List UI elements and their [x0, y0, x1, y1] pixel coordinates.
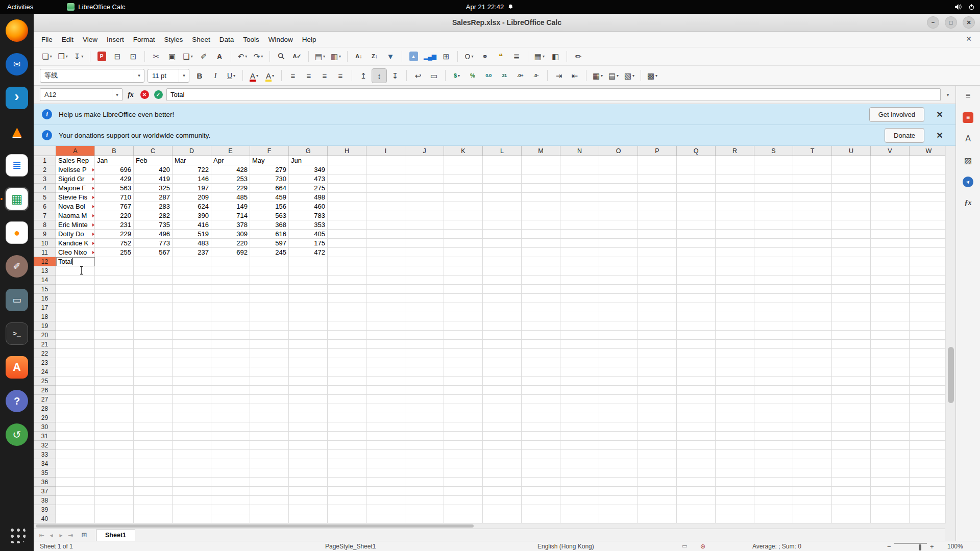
cell-C1[interactable]: Feb — [134, 156, 173, 165]
cell-V38[interactable] — [871, 496, 910, 505]
cell-U3[interactable] — [832, 174, 871, 184]
cell-K28[interactable] — [444, 404, 483, 413]
cell-L28[interactable] — [483, 404, 522, 413]
column-header-S[interactable]: S — [754, 146, 793, 156]
menu-help[interactable]: Help — [298, 33, 321, 46]
formula-input-line[interactable]: Total — [166, 88, 941, 101]
notification-close-icon[interactable]: ✕ — [932, 131, 947, 140]
cell-L23[interactable] — [483, 358, 522, 367]
cell-A24[interactable] — [56, 367, 95, 377]
export-pdf-icon[interactable]: P — [94, 49, 109, 63]
cell-J2[interactable] — [405, 165, 444, 174]
cell-D33[interactable] — [173, 450, 211, 459]
cell-R18[interactable] — [716, 312, 754, 321]
cell-W13[interactable] — [910, 266, 945, 276]
cell-R15[interactable] — [716, 285, 754, 294]
cell-A1[interactable]: Sales Rep — [56, 156, 95, 165]
cell-H2[interactable] — [328, 165, 366, 174]
cell-G33[interactable] — [289, 450, 328, 459]
cell-M3[interactable] — [522, 174, 560, 184]
cell-U2[interactable] — [832, 165, 871, 174]
cell-J24[interactable] — [405, 367, 444, 377]
cell-E3[interactable]: 253 — [211, 174, 250, 184]
cell-B29[interactable] — [95, 413, 134, 422]
cell-F17[interactable] — [250, 303, 289, 312]
cell-E35[interactable] — [211, 468, 250, 478]
column-header-C[interactable]: C — [134, 146, 173, 156]
cell-K3[interactable] — [444, 174, 483, 184]
cell-K13[interactable] — [444, 266, 483, 276]
cell-V10[interactable] — [871, 239, 910, 248]
cell-D38[interactable] — [173, 496, 211, 505]
cell-U19[interactable] — [832, 321, 871, 331]
cell-T24[interactable] — [793, 367, 832, 377]
firefox-icon[interactable] — [5, 18, 29, 43]
cell-F15[interactable] — [250, 285, 289, 294]
cell-C21[interactable] — [134, 340, 173, 349]
cell-R13[interactable] — [716, 266, 754, 276]
cell-R16[interactable] — [716, 294, 754, 303]
autofilter-icon[interactable]: ▼ — [383, 49, 398, 63]
cell-V4[interactable] — [871, 184, 910, 193]
cell-P11[interactable] — [638, 248, 677, 257]
cell-G4[interactable]: 275 — [289, 184, 328, 193]
cell-E16[interactable] — [211, 294, 250, 303]
cell-O33[interactable] — [599, 450, 638, 459]
cell-G10[interactable]: 175 — [289, 239, 328, 248]
cell-A32[interactable] — [56, 441, 95, 450]
cell-D24[interactable] — [173, 367, 211, 377]
cell-K18[interactable] — [444, 312, 483, 321]
cell-D12[interactable] — [173, 257, 211, 266]
cell-N17[interactable] — [560, 303, 599, 312]
cell-T5[interactable] — [793, 193, 832, 202]
page-style-status[interactable]: PageStyle_Sheet1 — [325, 543, 376, 550]
notification-close-icon[interactable]: ✕ — [932, 110, 947, 119]
cell-M33[interactable] — [522, 450, 560, 459]
cell-M34[interactable] — [522, 459, 560, 468]
cell-W14[interactable] — [910, 276, 945, 285]
cell-S32[interactable] — [754, 441, 793, 450]
cell-N34[interactable] — [560, 459, 599, 468]
cell-Q26[interactable] — [677, 386, 716, 395]
cell-E18[interactable] — [211, 312, 250, 321]
cell-V26[interactable] — [871, 386, 910, 395]
cell-G15[interactable] — [289, 285, 328, 294]
document-modified-icon[interactable]: ⊛ — [700, 543, 705, 550]
cell-T20[interactable] — [793, 331, 832, 340]
cell-J34[interactable] — [405, 459, 444, 468]
cell-G24[interactable] — [289, 367, 328, 377]
cell-D36[interactable] — [173, 478, 211, 487]
format-date-icon[interactable]: 31 — [497, 69, 511, 83]
cell-Q3[interactable] — [677, 174, 716, 184]
cell-R10[interactable] — [716, 239, 754, 248]
cell-A27[interactable] — [56, 395, 95, 404]
cell-P24[interactable] — [638, 367, 677, 377]
cell-G35[interactable] — [289, 468, 328, 478]
cell-J16[interactable] — [405, 294, 444, 303]
cell-O5[interactable] — [599, 193, 638, 202]
vscode-icon[interactable]: › — [5, 86, 29, 110]
cell-E25[interactable] — [211, 377, 250, 386]
cell-J9[interactable] — [405, 230, 444, 239]
cell-T7[interactable] — [793, 211, 832, 220]
cell-F38[interactable] — [250, 496, 289, 505]
cell-K24[interactable] — [444, 367, 483, 377]
cut-icon[interactable]: ✂ — [149, 49, 163, 63]
cell-A19[interactable] — [56, 321, 95, 331]
cell-H10[interactable] — [328, 239, 366, 248]
cell-O36[interactable] — [599, 478, 638, 487]
column-header-W[interactable]: W — [910, 146, 945, 156]
cell-C19[interactable] — [134, 321, 173, 331]
cell-M14[interactable] — [522, 276, 560, 285]
close-button[interactable]: ✕ — [963, 16, 975, 29]
cell-W27[interactable] — [910, 395, 945, 404]
cell-I20[interactable] — [366, 331, 405, 340]
cell-B11[interactable]: 255 — [95, 248, 134, 257]
cell-U28[interactable] — [832, 404, 871, 413]
cell-T18[interactable] — [793, 312, 832, 321]
cell-L5[interactable] — [483, 193, 522, 202]
cell-P33[interactable] — [638, 450, 677, 459]
navigator-deck-icon[interactable]: ➤ — [961, 174, 975, 189]
cell-R2[interactable] — [716, 165, 754, 174]
cell-L32[interactable] — [483, 441, 522, 450]
